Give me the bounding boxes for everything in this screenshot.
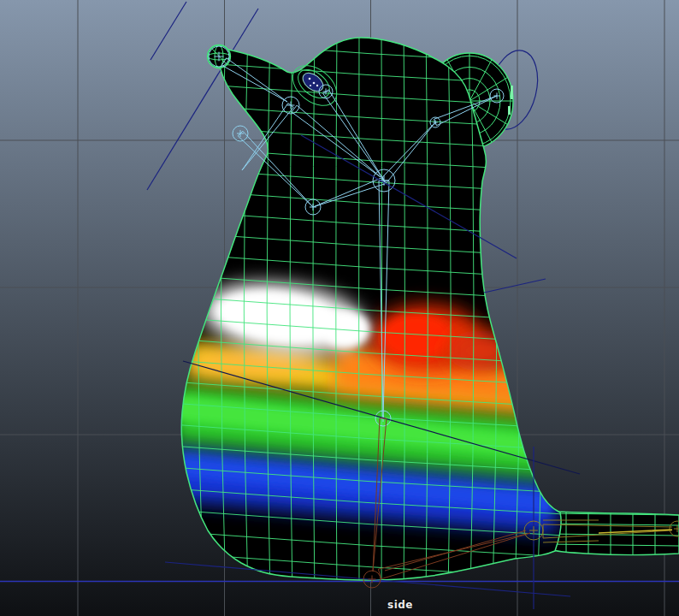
selected-edge-highlight: [508, 106, 511, 115]
camera-label: side: [387, 599, 413, 611]
maya-side-viewport[interactable]: side: [0, 0, 679, 616]
selected-edge-highlight: [511, 86, 513, 99]
viewport-panel[interactable]: side: [0, 0, 679, 616]
